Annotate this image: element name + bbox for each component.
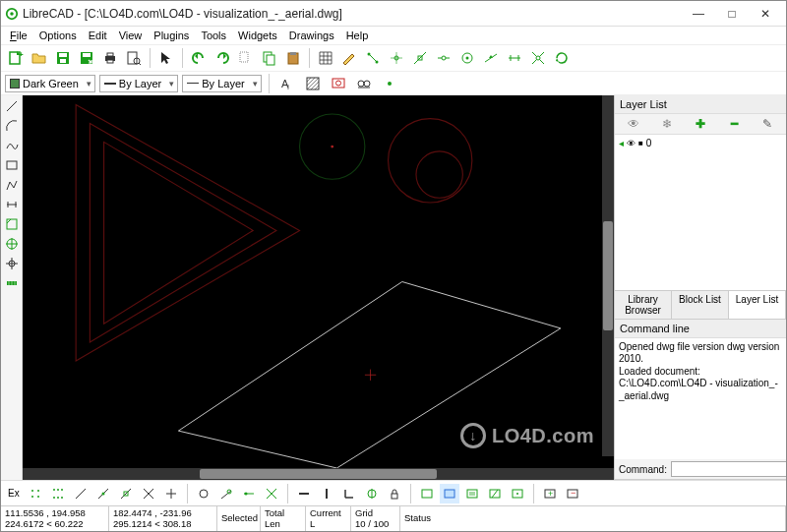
rest-rel[interactable] <box>362 484 382 503</box>
layer-row-0[interactable]: ◂ 👁 ■ 0 <box>619 138 782 148</box>
spline-tool[interactable] <box>3 137 21 154</box>
color-combo[interactable]: Dark Green <box>5 75 95 92</box>
zoom-prev[interactable] <box>462 484 482 503</box>
minimize-button[interactable]: — <box>682 3 715 25</box>
menu-edit[interactable]: Edit <box>84 29 112 42</box>
cursor-button[interactable] <box>155 47 177 69</box>
status-status: Status <box>400 506 786 531</box>
snap-b4[interactable] <box>93 484 113 503</box>
snap-grid-button[interactable] <box>386 47 407 69</box>
copy-button[interactable] <box>259 47 280 69</box>
snap-center-button[interactable] <box>456 47 478 69</box>
svg-point-38 <box>536 56 540 60</box>
redo-button[interactable] <box>212 47 233 69</box>
menu-options[interactable]: Options <box>34 29 82 42</box>
snap-end-button[interactable] <box>409 47 431 69</box>
menu-view[interactable]: View <box>114 29 148 42</box>
snap-b6[interactable] <box>139 484 158 503</box>
eye-icon[interactable]: 👁 <box>624 117 643 131</box>
rest-h[interactable] <box>294 484 314 503</box>
line-tool[interactable] <box>3 97 21 115</box>
snap-on-button[interactable] <box>433 47 454 69</box>
layer-list[interactable]: ◂ 👁 ■ 0 <box>615 135 786 290</box>
saveas-button[interactable] <box>76 47 97 69</box>
snap-b2[interactable] <box>48 484 68 503</box>
menu-widgets[interactable]: Widgets <box>233 29 282 42</box>
snap-b11[interactable] <box>262 484 281 503</box>
mtext-button[interactable]: AI <box>276 73 298 94</box>
snap-free-button[interactable] <box>362 47 384 69</box>
add-layer-icon[interactable]: ✚ <box>691 117 710 131</box>
command-log[interactable]: Opened dwg file version dwg version 2010… <box>615 338 786 459</box>
rect-tool[interactable] <box>3 156 21 174</box>
tab-layer[interactable]: Layer List <box>729 291 786 319</box>
linetype-combo[interactable]: By Layer <box>182 75 261 92</box>
tab-library[interactable]: Library Browser <box>615 291 672 319</box>
edit-layer-icon[interactable]: ✎ <box>757 117 777 131</box>
print-button[interactable] <box>99 47 121 69</box>
zoom-in[interactable]: + <box>540 484 560 503</box>
linewidth-combo[interactable]: By Layer <box>99 75 178 92</box>
snap-b7[interactable] <box>161 484 181 503</box>
snap-int-button[interactable] <box>527 47 549 69</box>
measure-tool[interactable] <box>3 274 21 292</box>
hatch-button[interactable] <box>302 73 324 94</box>
zoom-out[interactable]: − <box>563 484 582 503</box>
command-input[interactable] <box>671 461 786 477</box>
snap-b9[interactable] <box>216 484 236 503</box>
point-button[interactable] <box>353 73 375 94</box>
target-tool[interactable] <box>3 235 21 253</box>
crosshair-tool[interactable] <box>3 255 21 272</box>
drawing-canvas[interactable]: ↓ LO4D.com <box>23 95 614 468</box>
svg-point-75 <box>53 489 55 491</box>
hscroll-thumb[interactable] <box>200 469 436 479</box>
cut-button[interactable] <box>235 47 257 69</box>
new-button[interactable]: + <box>5 47 27 69</box>
zoom-auto[interactable] <box>440 484 459 503</box>
polyline-tool[interactable] <box>3 176 21 194</box>
remove-layer-icon[interactable]: ━ <box>724 117 744 131</box>
paste-button[interactable] <box>282 47 304 69</box>
horizontal-scrollbar[interactable] <box>23 468 614 480</box>
ex-label[interactable]: Ex <box>5 488 23 499</box>
tab-block[interactable]: Block List <box>672 291 729 319</box>
draft-button[interactable] <box>338 47 360 69</box>
snap-b3[interactable] <box>71 484 91 503</box>
menu-plugins[interactable]: Plugins <box>149 29 194 42</box>
snap-b8[interactable] <box>194 484 213 503</box>
menu-drawings[interactable]: Drawings <box>284 29 339 42</box>
rest-v[interactable] <box>317 484 336 503</box>
svg-point-44 <box>358 81 364 87</box>
open-button[interactable] <box>29 47 50 69</box>
print-preview-button[interactable] <box>123 47 145 69</box>
refresh-button[interactable] <box>551 47 573 69</box>
rest-lock[interactable] <box>385 484 404 503</box>
hatch-tool[interactable] <box>3 215 21 233</box>
maximize-button[interactable]: □ <box>715 3 749 25</box>
menu-file[interactable]: File <box>5 29 32 42</box>
svg-point-47 <box>388 82 392 86</box>
save-button[interactable] <box>52 47 74 69</box>
grid-button[interactable] <box>315 47 336 69</box>
layer-visible-icon[interactable]: 👁 <box>627 139 636 148</box>
zoom-win[interactable] <box>417 484 437 503</box>
snap-b10[interactable] <box>239 484 259 503</box>
zoom-redraw[interactable] <box>485 484 505 503</box>
snap-b5[interactable] <box>116 484 136 503</box>
menu-help[interactable]: Help <box>341 29 374 42</box>
menu-tools[interactable]: Tools <box>196 29 231 42</box>
dim-tool[interactable] <box>3 196 21 213</box>
freeze-icon[interactable]: ❄ <box>657 117 677 131</box>
arc-tool[interactable] <box>3 117 21 135</box>
close-button[interactable]: ✕ <box>749 3 782 25</box>
snap-middle-button[interactable] <box>480 47 502 69</box>
zoom-pan[interactable] <box>508 484 527 503</box>
rest-ortho[interactable] <box>339 484 359 503</box>
vscroll-thumb[interactable] <box>603 221 613 329</box>
more-button[interactable] <box>379 73 400 94</box>
image-button[interactable] <box>328 73 349 94</box>
snap-dist-button[interactable] <box>504 47 525 69</box>
undo-button[interactable] <box>188 47 210 69</box>
vertical-scrollbar[interactable] <box>602 95 614 456</box>
snap-b1[interactable] <box>26 484 45 503</box>
